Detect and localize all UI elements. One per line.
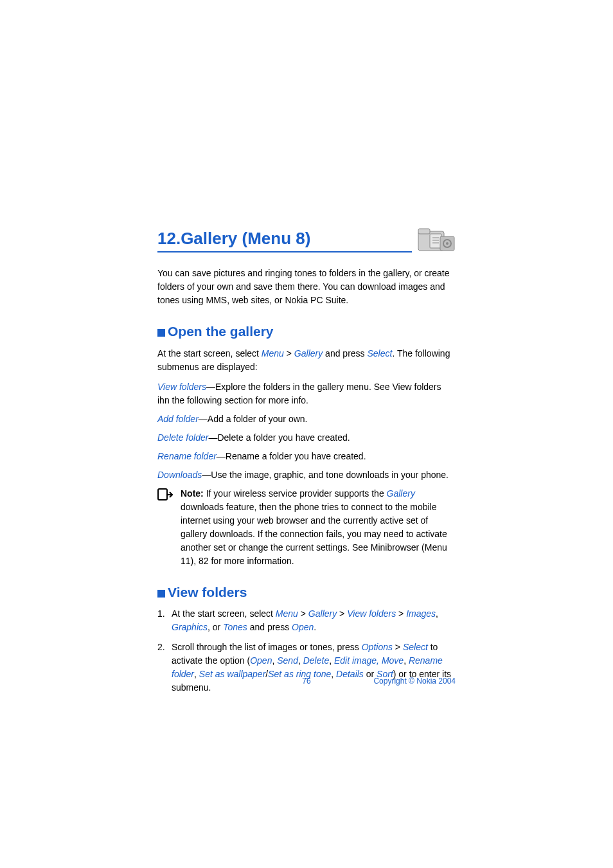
open-gallery-lead: At the start screen, select Menu > Galle… bbox=[157, 347, 456, 374]
text: > bbox=[337, 608, 347, 619]
text: and press bbox=[247, 622, 292, 632]
text: , bbox=[436, 608, 438, 619]
list-item: At the start screen, select Menu > Galle… bbox=[157, 607, 456, 634]
text: , bbox=[404, 655, 409, 666]
chapter-header: 12.Gallery (Menu 8) bbox=[157, 225, 456, 254]
note-label: Note: bbox=[181, 488, 204, 499]
path-images: Images bbox=[406, 608, 436, 619]
intro-paragraph: You can save pictures and ringing tones … bbox=[157, 267, 456, 307]
def-delete-folder: Delete folder—Delete a folder you have c… bbox=[157, 431, 456, 445]
desc-add-folder: —Add a folder of your own. bbox=[199, 414, 308, 424]
menu-path-select: Select bbox=[367, 348, 392, 359]
opt-edit: Edit image, Move bbox=[334, 655, 404, 666]
text: > bbox=[284, 348, 294, 359]
path-options: Options bbox=[362, 642, 393, 652]
page-number: 76 bbox=[302, 675, 310, 687]
desc-downloads: —Use the image, graphic, and tone downlo… bbox=[202, 470, 449, 480]
section-view-folders-title: View folders bbox=[168, 582, 247, 603]
path-open: Open bbox=[292, 622, 314, 632]
term-delete-folder: Delete folder bbox=[157, 432, 208, 443]
term-add-folder: Add folder bbox=[157, 414, 199, 424]
def-downloads: Downloads—Use the image, graphic, and to… bbox=[157, 468, 456, 482]
text: , bbox=[329, 655, 334, 666]
opt-open: Open bbox=[250, 655, 272, 666]
path-graphics: Graphics bbox=[172, 622, 208, 632]
text: > bbox=[393, 642, 403, 652]
def-view-folders: View folders—Explore the folders in the … bbox=[157, 380, 456, 407]
svg-rect-2 bbox=[430, 234, 441, 248]
text: , bbox=[298, 655, 303, 666]
text: At the start screen, select bbox=[172, 608, 276, 619]
path-view-folders: View folders bbox=[347, 608, 396, 619]
text: Scroll through the list of images or ton… bbox=[172, 642, 362, 652]
path-select: Select bbox=[403, 642, 428, 652]
def-add-folder: Add folder—Add a folder of your own. bbox=[157, 412, 456, 426]
text: , bbox=[331, 669, 336, 679]
opt-send: Send bbox=[277, 655, 298, 666]
text: At the start screen, select bbox=[157, 348, 262, 359]
note-block: Note: If your wireless service provider … bbox=[157, 487, 456, 568]
svg-rect-9 bbox=[158, 489, 167, 500]
section-view-folders-heading: View folders bbox=[157, 582, 456, 603]
svg-point-8 bbox=[446, 242, 449, 245]
opt-delete: Delete bbox=[303, 655, 329, 666]
text: and press bbox=[323, 348, 367, 359]
opt-ringtone: Set as ring tone bbox=[268, 669, 331, 679]
svg-rect-1 bbox=[418, 229, 430, 234]
path-gallery: Gallery bbox=[308, 608, 337, 619]
note-icon bbox=[157, 488, 173, 505]
desc-delete-folder: —Delete a folder you have created. bbox=[208, 432, 350, 443]
section-bullet-icon bbox=[157, 590, 165, 598]
note-pre: If your wireless service provider suppor… bbox=[204, 488, 387, 499]
page-content: 12.Gallery (Menu 8) You can save picture… bbox=[0, 0, 613, 695]
section-open-gallery-title: Open the gallery bbox=[168, 321, 274, 342]
opt-details: Details bbox=[336, 669, 364, 679]
note-text: Note: If your wireless service provider … bbox=[181, 487, 456, 568]
def-rename-folder: Rename folder—Rename a folder you have c… bbox=[157, 450, 456, 463]
copyright-text: Copyright © Nokia 2004 bbox=[373, 675, 456, 687]
gallery-folder-icon bbox=[416, 225, 456, 254]
chapter-title: 12.Gallery (Menu 8) bbox=[157, 226, 412, 251]
text: . bbox=[314, 622, 316, 632]
menu-path-gallery: Gallery bbox=[294, 348, 323, 359]
note-gallery: Gallery bbox=[387, 488, 415, 499]
text: , bbox=[194, 669, 199, 679]
desc-rename-folder: —Rename a folder you have created. bbox=[217, 451, 366, 461]
text: > bbox=[298, 608, 308, 619]
note-post: downloads feature, then the phone tries … bbox=[181, 502, 447, 566]
section-bullet-icon bbox=[157, 329, 165, 337]
term-downloads: Downloads bbox=[157, 470, 202, 480]
section-open-gallery-heading: Open the gallery bbox=[157, 321, 456, 342]
term-rename-folder: Rename folder bbox=[157, 451, 217, 461]
text: > bbox=[396, 608, 406, 619]
menu-path-menu: Menu bbox=[262, 348, 284, 359]
text: , or bbox=[208, 622, 223, 632]
path-menu: Menu bbox=[276, 608, 298, 619]
term-view-folders: View folders bbox=[157, 382, 206, 392]
path-tones: Tones bbox=[223, 622, 247, 632]
opt-wallpaper: Set as wallpaper bbox=[199, 669, 266, 679]
